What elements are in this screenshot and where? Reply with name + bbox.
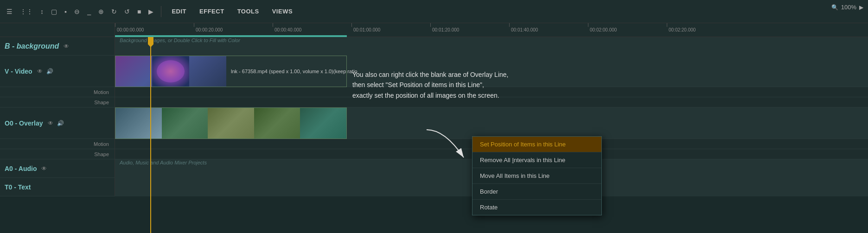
tick-4: 00:01:20.000 [430,23,459,37]
minus-circle-icon[interactable]: ⊖ [72,6,82,17]
zoom-expand-icon[interactable]: ▶ [859,4,863,11]
undo-icon[interactable]: ↻ [109,6,119,17]
menu-item-rotate[interactable]: Rotate [472,200,601,215]
frame-icon[interactable]: ▢ [49,6,59,17]
video-motion-row: Motion [0,87,868,97]
background-track-row: B - background 👁 Background Images, or D… [0,37,868,56]
zoom-level: 100% [841,4,856,11]
menu-item-border-label: Border [480,188,498,195]
eye-icon[interactable]: 👁 [64,43,69,50]
video-track-content[interactable]: lnk - 67358.mp4 (speed x 1.00, volume x … [115,56,868,87]
background-track-name: B - background [5,42,59,50]
overlay-shape-label: Shape [0,149,115,159]
tick-2: 00:00:40.000 [273,23,301,37]
tick-5: 00:01:40.000 [509,23,538,37]
background-track-content[interactable]: Background Images, or Double Click to Fi… [115,37,868,56]
playhead-line [150,46,151,233]
tools-menu[interactable]: TOOLS [233,6,264,17]
eye-icon-audio[interactable]: 👁 [41,165,47,172]
toolbar: ☰ ⋮⋮ ↕ ▢ ▪ ⊖ ⎯ ⊕ ↻ ↺ ■ ▶ EDIT EFFECT TOO… [0,0,868,23]
video-track-name: V - Video [5,68,32,75]
overlay-thumb-4 [254,108,300,139]
audio-hint: Audio, Music and Audio Mixer Projects [115,157,211,168]
plus-circle-icon[interactable]: ⊕ [96,6,106,17]
eye-icon-video[interactable]: 👁 [37,68,43,75]
background-track-label: B - background 👁 [0,37,115,55]
audio-track-name: A0 - Audio [5,165,37,172]
video-motion-label: Motion [0,87,115,97]
eye-icon-overlay[interactable]: 👁 [48,120,53,126]
overlay-motion-row: Motion [0,139,868,149]
video-shape-row: Shape [0,97,868,107]
menu-item-remove-intervals-label: Remove All Intervals in this Line [480,157,565,164]
overlay-track-label: O0 - Overlay 👁 🔊 [0,107,115,139]
context-menu: Set Position of Items in this Line Remov… [472,136,602,215]
zoom-area: 🔍 100% ▶ [831,4,863,11]
video-track-label: V - Video 👁 🔊 [0,56,115,87]
tick-7: 00:02:20.000 [667,23,696,37]
redo-icon[interactable]: ↺ [122,6,132,17]
effect-menu[interactable]: EFFECT [195,6,229,17]
aspect-icon[interactable]: ▪ [63,6,69,17]
text-track-name: T0 - Text [5,183,31,191]
text-track-row: T0 - Text [0,178,868,196]
video-shape-content [115,97,868,107]
overlay-thumb-3 [208,108,254,139]
views-menu[interactable]: VIEWS [268,6,297,17]
main-area: 00:00:00.000 00:00:20.000 00:00:40.000 0… [0,23,868,233]
overlay-track-row: O0 - Overlay 👁 🔊 [0,107,868,139]
zoom-in-icon[interactable]: 🔍 [831,4,838,11]
video-clip-label: lnk - 67358.mp4 (speed x 1.00, volume x … [231,69,357,74]
wave-icon[interactable]: ⎯ [85,6,93,17]
menu-item-set-position-label: Set Position of Items in this Line [480,141,566,148]
audio-track-row: A0 - Audio 👁 Audio, Music and Audio Mixe… [0,159,868,178]
menu-icon[interactable]: ☰ [5,6,14,17]
overlay-thumb-5 [300,108,346,139]
tick-6: 00:02:00.000 [588,23,617,37]
edit-menu[interactable]: EDIT [167,6,191,17]
overlay-track-content[interactable] [115,107,868,139]
up-arrow-icon[interactable]: ↕ [38,6,45,17]
menu-item-set-position[interactable]: Set Position of Items in this Line [472,137,601,152]
overlay-thumbnails [115,107,347,139]
text-track-label: T0 - Text [0,178,115,196]
divider-1 [161,6,161,17]
overlay-thumb-1 [115,108,162,139]
audio-icon-video[interactable]: 🔊 [46,68,53,75]
progress-bar [115,35,347,37]
overlay-motion-label: Motion [0,139,115,149]
grid-icon[interactable]: ⋮⋮ [18,6,35,17]
menu-item-rotate-label: Rotate [480,204,498,211]
play-icon[interactable]: ▶ [147,6,155,17]
audio-track-label: A0 - Audio 👁 [0,159,115,177]
video-shape-label: Shape [0,97,115,107]
menu-item-move-all-items[interactable]: Move All Items in this Line [472,168,601,184]
overlay-thumb-2 [162,108,208,139]
audio-icon-overlay[interactable]: 🔊 [57,120,64,126]
tick-3: 00:01:00.000 [351,23,380,37]
stop-icon[interactable]: ■ [135,6,143,17]
video-track-row: V - Video 👁 🔊 [0,56,868,87]
video-motion-content [115,87,868,97]
overlay-track-name: O0 - Overlay [5,120,43,127]
ruler-label-col [0,23,115,37]
menu-item-remove-intervals[interactable]: Remove All Intervals in this Line [472,152,601,168]
menu-item-border[interactable]: Border [472,184,601,200]
menu-item-move-all-items-label: Move All Items in this Line [480,172,549,179]
